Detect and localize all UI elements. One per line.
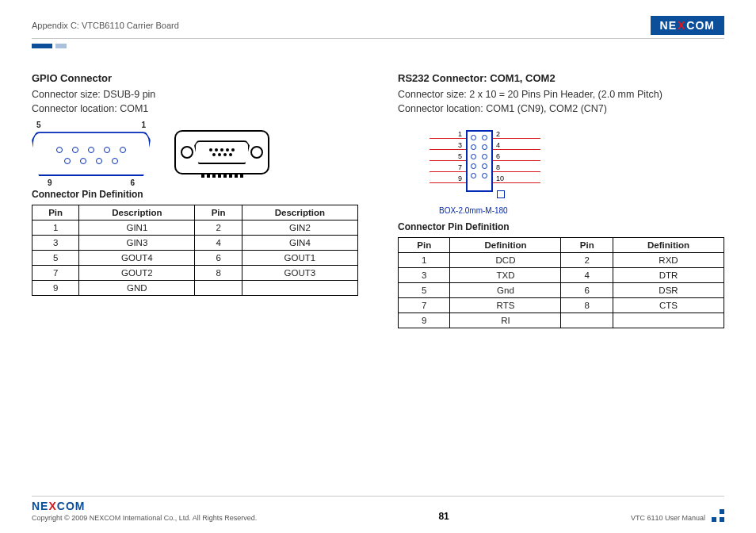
gpio-pin-table: Pin Description Pin Description 1GIN12GI…: [32, 205, 358, 296]
svg-rect-0: [712, 517, 716, 522]
table-row: 1GIN12GIN2: [32, 220, 358, 236]
th-def: Definition: [450, 238, 561, 253]
table-row: 9RI: [399, 313, 724, 328]
header-title: Appendix C: VTCB6110 Carrier Board: [32, 21, 179, 30]
pin-label-6: 6: [130, 178, 135, 187]
box-header-label: BOX-2.0mm-M-180: [439, 206, 724, 215]
dsub-physical-diagram: [174, 130, 269, 178]
nexcom-footer-logo: NEXCOM: [32, 500, 257, 512]
gpio-section: GPIO Connector Connector size: DSUB-9 pi…: [32, 72, 358, 328]
th-pin: Pin: [32, 205, 79, 220]
th-pin: Pin: [399, 238, 450, 253]
th-desc: Description: [242, 205, 357, 220]
svg-rect-1: [720, 517, 724, 522]
page-header: Appendix C: VTCB6110 Carrier Board NEXCO…: [32, 16, 724, 39]
gpio-table-title: Connector Pin Definition: [32, 189, 358, 200]
page-footer: NEXCOM Copyright © 2009 NEXCOM Internati…: [32, 496, 724, 522]
table-row: 1DCD2RXD: [399, 253, 724, 268]
rs232-pin-table: Pin Definition Pin Definition 1DCD2RXD 3…: [398, 237, 724, 328]
rs232-loc: Connector location: COM1 (CN9), COM2 (CN…: [398, 102, 724, 116]
pin-label-5: 5: [36, 121, 41, 129]
th-desc: Description: [79, 205, 195, 220]
gpio-figures: 5 1 9 6: [32, 130, 358, 178]
nexcom-logo: NEXCOM: [651, 16, 724, 35]
rs232-section: RS232 Connector: COM1, COM2 Connector si…: [398, 72, 724, 328]
th-pin: Pin: [195, 205, 242, 220]
corner-mark-icon: [712, 509, 724, 522]
copyright: Copyright © 2009 NEXCOM International Co…: [32, 514, 257, 522]
pin-label-1: 1: [141, 121, 146, 129]
table-row: 7RTS8CTS: [399, 298, 724, 313]
dsub-pinout-diagram: 5 1 9 6: [32, 132, 151, 176]
footer-left: NEXCOM Copyright © 2009 NEXCOM Internati…: [32, 500, 257, 522]
content-columns: GPIO Connector Connector size: DSUB-9 pi…: [32, 72, 724, 328]
page-number: 81: [438, 511, 449, 522]
rs232-table-title: Connector Pin Definition: [398, 221, 724, 232]
th-pin: Pin: [561, 238, 613, 253]
gpio-size: Connector size: DSUB-9 pin: [32, 87, 358, 102]
box-header-diagram: 1 3 5 7 9 2 4 6 8 10: [430, 125, 548, 205]
table-row: 9GND: [32, 281, 358, 296]
table-row: 3GIN34GIN4: [32, 236, 358, 251]
doc-title: VTC 6110 User Manual: [631, 514, 705, 522]
gpio-title: GPIO Connector: [32, 72, 358, 84]
table-row: 7GOUT28GOUT3: [32, 266, 358, 281]
table-row: 5GOUT46GOUT1: [32, 251, 358, 266]
pin-label-9: 9: [48, 178, 52, 187]
rs232-title: RS232 Connector: COM1, COM2: [398, 72, 724, 84]
rs232-size: Connector size: 2 x 10 = 20 Pins Pin Hea…: [398, 87, 724, 102]
table-row: 5Gnd6DSR: [399, 283, 724, 298]
accent-bars: [32, 44, 724, 48]
th-def: Definition: [613, 238, 724, 253]
gpio-loc: Connector location: COM1: [32, 102, 358, 116]
svg-rect-2: [720, 509, 724, 514]
footer-right: VTC 6110 User Manual: [631, 509, 724, 522]
table-row: 3TXD4DTR: [399, 268, 724, 283]
